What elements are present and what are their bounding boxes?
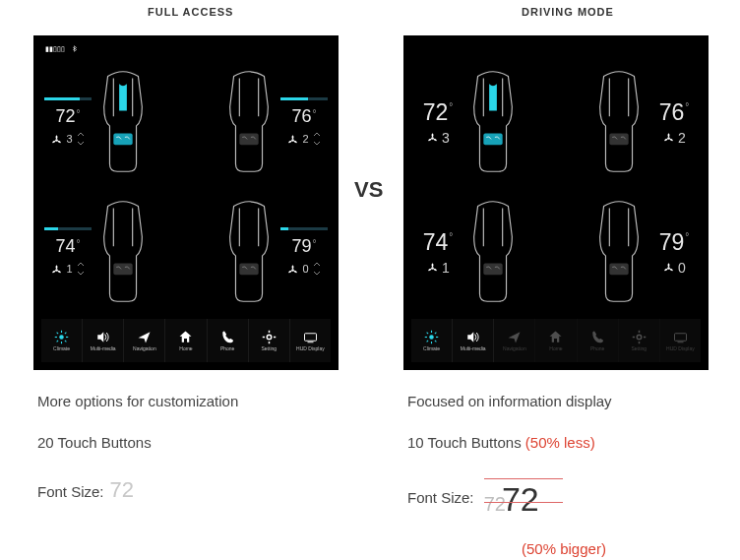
fan-row-fr-d[interactable]: 2 [662,130,686,146]
signal-icon: ▮▮▯▯▯ [45,45,65,53]
zone-rear-right: 79° 0 [188,189,331,315]
chevron-up-icon[interactable] [312,131,322,139]
fan-stepper-rl[interactable] [76,261,86,278]
svg-point-32 [429,335,434,340]
svg-rect-21 [274,337,276,339]
note-right-2a: 10 Touch Buttons [407,434,525,451]
temp-value-rr-d[interactable]: 79° [659,229,690,256]
zone-front-right: 76° 2 [188,59,331,185]
temp-bar-fl[interactable] [44,97,92,100]
nav-phone: Phone [578,319,619,362]
temp-value-rl-d[interactable]: 74° [423,229,454,256]
note-left-1: More options for customization [37,390,333,413]
chevron-up-icon[interactable] [76,131,86,139]
nav-label: Navigation [133,345,156,351]
panel-full-access: ▮▮▯▯▯ 72° 3 [33,35,339,370]
nav-climate[interactable]: Climate [411,319,453,362]
svg-rect-44 [644,337,646,339]
temp-bar-rl[interactable] [44,227,92,230]
nav-label: Setting [261,345,277,351]
font-comparison-box: 7272 [484,472,539,526]
seat-icon-fr-d[interactable] [590,67,648,177]
zone-info-rr-d: 79° 0 [648,229,701,276]
seat-icon-rl[interactable] [94,197,152,307]
fan-row-rr: 0 [286,261,321,278]
zone-rear-right-d: 79° 0 [558,189,701,315]
chevron-up-icon[interactable] [76,261,86,269]
nav-media[interactable]: Multi-media [83,319,124,362]
zone-info-fr: 76° 2 [278,97,331,148]
fan-value-fr: 2 [302,133,308,145]
nav-hud[interactable]: HUD Display [290,319,331,362]
temp-bar-rr[interactable] [280,227,328,230]
svg-rect-20 [263,337,265,339]
status-bar: ▮▮▯▯▯ [41,43,331,55]
temp-value-fl[interactable]: 72° [55,106,80,127]
font-label: Font Size: [407,489,474,506]
degree-symbol: ° [449,101,453,112]
chevron-up-icon[interactable] [312,261,322,269]
nav-icon [507,330,522,344]
zone-info-rl: 74° 1 [41,227,94,278]
fan-stepper-fr[interactable] [312,131,322,148]
nav-climate[interactable]: Climate [41,319,83,362]
seat-icon-fl[interactable] [94,67,152,177]
temp-num: 76 [659,99,685,126]
temp-value-rr[interactable]: 79° [291,236,316,257]
status-bar [411,43,701,55]
fan-value-rr: 0 [302,263,308,275]
svg-rect-41 [639,331,641,333]
svg-rect-8 [239,264,258,276]
seat-icon-fl-d[interactable] [464,67,522,177]
fan-row-fl-d[interactable]: 3 [426,130,450,146]
fan-value-rl-d: 1 [442,260,450,276]
nav-home[interactable]: Home [165,319,207,362]
fan-stepper-fl[interactable] [76,131,86,148]
seat-icon-rr[interactable] [220,197,278,307]
temp-value-fr-d[interactable]: 76° [659,99,690,126]
nav-label: Phone [220,345,234,351]
nav-label: Navigation [503,345,526,351]
seat-icon-rl-d[interactable] [464,197,522,307]
nav-setting: Setting [619,319,660,362]
hud-icon [673,330,688,344]
fan-row-rl-d[interactable]: 1 [426,260,450,276]
fan-icon [286,263,299,276]
nav-label: Climate [423,345,440,351]
vs-label: VS [354,177,383,203]
chevron-down-icon[interactable] [76,140,86,148]
nav-media[interactable]: Multi-media [453,319,494,362]
nav-label: Multi-media [461,345,486,351]
svg-rect-6 [113,264,132,276]
sound-icon [95,330,110,344]
header-full-access: FULL ACCESS [148,6,233,18]
gear-icon [632,330,647,344]
seat-icon-fr[interactable] [220,67,278,177]
nav-navi[interactable]: Navigation [124,319,165,362]
fan-stepper-rr[interactable] [312,261,322,278]
svg-point-9 [59,335,64,340]
nav-phone[interactable]: Phone [208,319,249,362]
temp-value-rl[interactable]: 74° [55,236,80,257]
notes-right: Focused on information display 10 Touch … [407,390,712,560]
nav-label: HUD Display [666,345,695,351]
nav-home: Home [535,319,577,362]
temp-value-fr[interactable]: 76° [291,106,316,127]
degree-symbol: ° [313,238,317,249]
seat-icon-rr-d[interactable] [590,197,648,307]
chevron-down-icon[interactable] [312,270,322,278]
chevron-down-icon[interactable] [76,270,86,278]
note-right-1: Focused on information display [407,390,712,413]
fan-row-rr-d[interactable]: 0 [662,260,686,276]
temp-value-fl-d[interactable]: 72° [423,99,454,126]
nav-setting[interactable]: Setting [249,319,290,362]
home-icon [548,330,563,344]
chevron-down-icon[interactable] [312,140,322,148]
fan-value-fr-d: 2 [678,130,686,146]
fan-row-rl: 1 [50,261,85,278]
degree-symbol: ° [77,108,81,119]
nav-label: Phone [590,345,604,351]
temp-bar-fr[interactable] [280,97,328,100]
nav-label: Climate [53,345,70,351]
svg-line-15 [65,341,67,342]
